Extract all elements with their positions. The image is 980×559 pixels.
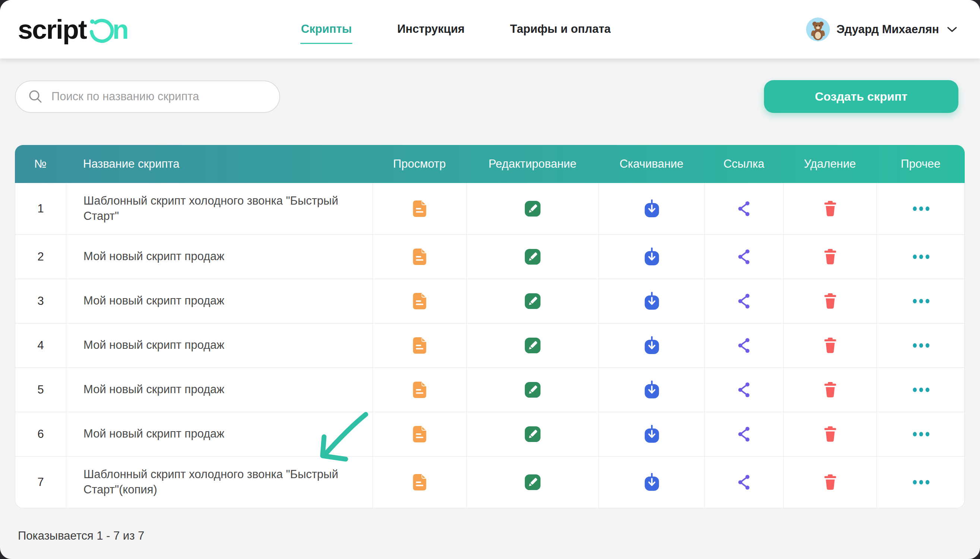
document-icon	[411, 248, 428, 266]
download-icon	[643, 199, 660, 218]
document-icon	[411, 292, 428, 311]
script-name: Шаблонный скрипт холодного звонка "Быстр…	[66, 456, 373, 508]
edit-script-button[interactable]	[522, 423, 543, 445]
ellipsis-icon	[911, 252, 932, 261]
download-script-button[interactable]	[641, 378, 663, 401]
delete-script-button[interactable]	[820, 197, 841, 220]
document-icon	[411, 336, 428, 355]
table-row: 4 Мой новый скрипт продаж	[15, 323, 964, 367]
pencil-icon	[524, 474, 541, 491]
table-row: 7 Шаблонный скрипт холодного звонка "Быс…	[15, 456, 964, 508]
share-icon	[736, 381, 753, 399]
script-name: Мой новый скрипт продаж	[66, 412, 373, 456]
row-number: 7	[15, 456, 66, 508]
view-script-button[interactable]	[409, 378, 431, 401]
more-options-button[interactable]	[909, 476, 934, 489]
download-script-button[interactable]	[641, 197, 663, 220]
more-options-button[interactable]	[909, 250, 934, 263]
document-icon	[411, 199, 428, 218]
edit-script-button[interactable]	[522, 379, 543, 400]
row-number: 6	[15, 412, 66, 456]
delete-script-button[interactable]	[820, 246, 841, 268]
table-row: 3 Мой новый скрипт продаж	[15, 279, 964, 323]
search-box[interactable]	[15, 81, 280, 113]
download-script-button[interactable]	[641, 245, 663, 268]
ellipsis-icon	[911, 385, 932, 394]
edit-script-button[interactable]	[522, 246, 543, 268]
edit-script-button[interactable]	[522, 335, 543, 356]
col-delete: Удаление	[783, 157, 876, 171]
table-row: 5 Мой новый скрипт продаж	[15, 367, 964, 412]
view-script-button[interactable]	[409, 197, 431, 220]
download-script-button[interactable]	[641, 334, 663, 357]
search-input[interactable]	[51, 90, 268, 103]
col-view: Просмотр	[373, 157, 466, 171]
chevron-down-icon	[947, 26, 958, 33]
row-number: 4	[15, 324, 66, 367]
more-options-button[interactable]	[909, 294, 934, 308]
delete-script-button[interactable]	[820, 334, 841, 357]
tab-scripts[interactable]: Скрипты	[300, 17, 352, 42]
share-link-button[interactable]	[733, 198, 755, 220]
col-name: Название скрипта	[66, 157, 373, 171]
avatar	[806, 18, 830, 41]
pencil-icon	[524, 200, 541, 217]
share-link-button[interactable]	[733, 290, 755, 312]
more-options-button[interactable]	[909, 339, 934, 352]
more-options-button[interactable]	[909, 383, 934, 397]
trash-icon	[822, 381, 838, 399]
document-icon	[411, 425, 428, 443]
delete-script-button[interactable]	[820, 379, 841, 401]
delete-script-button[interactable]	[820, 423, 841, 445]
share-link-button[interactable]	[733, 335, 755, 356]
view-script-button[interactable]	[409, 245, 431, 268]
share-icon	[736, 426, 753, 443]
download-script-button[interactable]	[641, 471, 663, 494]
download-script-button[interactable]	[641, 423, 663, 446]
share-link-button[interactable]	[733, 423, 755, 445]
trash-icon	[822, 337, 838, 354]
share-link-button[interactable]	[733, 379, 755, 400]
more-options-button[interactable]	[909, 427, 934, 441]
pencil-icon	[524, 248, 541, 265]
user-menu[interactable]: Эдуард Михаелян	[806, 18, 958, 41]
pencil-icon	[524, 293, 541, 310]
download-script-button[interactable]	[641, 289, 663, 313]
table-header: № Название скрипта Просмотр Редактирован…	[15, 145, 965, 183]
edit-script-button[interactable]	[522, 198, 543, 220]
ellipsis-icon	[911, 204, 932, 213]
share-link-button[interactable]	[733, 471, 755, 493]
row-number: 5	[15, 368, 66, 412]
script-name: Мой новый скрипт продаж	[66, 279, 373, 323]
tab-pricing[interactable]: Тарифы и оплата	[509, 17, 611, 42]
pencil-icon	[524, 337, 541, 354]
scripts-table: № Название скрипта Просмотр Редактирован…	[15, 145, 965, 508]
tab-instructions[interactable]: Инструкция	[396, 17, 465, 42]
view-script-button[interactable]	[409, 471, 431, 494]
share-icon	[736, 293, 753, 310]
more-options-button[interactable]	[909, 202, 934, 215]
edit-script-button[interactable]	[522, 290, 543, 312]
pencil-icon	[524, 381, 541, 399]
share-icon	[736, 200, 753, 217]
create-script-button[interactable]: Создать скрипт	[764, 80, 959, 113]
download-icon	[643, 473, 660, 491]
ellipsis-icon	[911, 478, 932, 487]
col-link: Ссылка	[704, 157, 783, 171]
view-script-button[interactable]	[409, 289, 431, 313]
script-name: Мой новый скрипт продаж	[66, 235, 373, 279]
logo-text-script: script	[18, 14, 86, 45]
download-icon	[643, 336, 660, 355]
view-script-button[interactable]	[409, 423, 431, 446]
edit-script-button[interactable]	[522, 471, 543, 493]
download-icon	[643, 292, 660, 311]
share-link-button[interactable]	[733, 246, 755, 268]
delete-script-button[interactable]	[820, 471, 841, 493]
toolbar: Создать скрипт	[15, 80, 959, 113]
trash-icon	[822, 248, 838, 266]
pagination-status: Показывается 1 - 7 из 7	[18, 529, 980, 542]
delete-script-button[interactable]	[820, 290, 841, 312]
view-script-button[interactable]	[409, 334, 431, 357]
trash-icon	[822, 425, 838, 443]
document-icon	[411, 380, 428, 399]
